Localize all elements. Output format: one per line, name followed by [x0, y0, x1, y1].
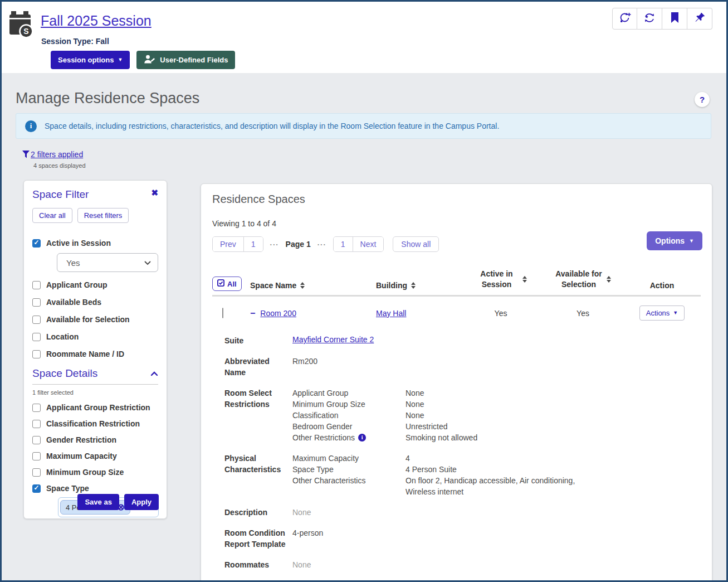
apply-button[interactable]: Apply: [124, 494, 159, 510]
filter-available-beds[interactable]: Available Beds: [32, 298, 158, 307]
info-alert: i Space details, including restrictions,…: [16, 113, 711, 139]
transfer-check-icon: [643, 12, 656, 26]
pagination-page-button[interactable]: 1: [334, 237, 353, 251]
suite-link[interactable]: Mayfield Corner Suite 2: [292, 335, 374, 346]
space-details-title: Space Details: [32, 367, 97, 380]
checkbox[interactable]: [32, 239, 41, 248]
main-content: Manage Residence Spaces ? i Space detail…: [2, 73, 726, 580]
save-as-button[interactable]: Save as: [77, 494, 119, 510]
characteristic-value: 4 Person Suite: [405, 464, 701, 475]
info-icon: i: [25, 120, 37, 132]
user-pencil-icon: [144, 55, 155, 65]
detail-description: Description None: [224, 507, 701, 518]
table-row: − Room 200 May Hall Yes Yes Actions ▼: [212, 305, 701, 321]
filter-available-for-selection[interactable]: Available for Selection: [32, 315, 158, 324]
filter-selected-note: 1 filter selected: [32, 389, 158, 396]
session-calendar-icon: S: [8, 11, 34, 42]
checkbox[interactable]: [32, 281, 41, 289]
detail-label: Room Select Restrictions: [224, 387, 292, 443]
svg-text:S: S: [23, 27, 28, 36]
select-all-label: All: [227, 280, 237, 288]
filter-applicant-group[interactable]: Applicant Group: [32, 280, 158, 289]
restriction-value: None: [405, 387, 701, 399]
chevron-up-icon[interactable]: [150, 368, 158, 379]
detail-roommates: Roommates None: [224, 559, 701, 570]
session-options-button[interactable]: Session options ▼: [51, 51, 130, 69]
select-all-button[interactable]: All: [212, 277, 242, 291]
restriction-name: Applicant Group: [292, 387, 405, 399]
detail-room-select-restrictions: Room Select Restrictions Applicant Group…: [224, 387, 701, 443]
filter-gender-restriction[interactable]: Gender Restriction: [32, 435, 158, 444]
sort-icon[interactable]: [522, 276, 527, 283]
checkbox[interactable]: [32, 452, 41, 460]
pagination-page-button[interactable]: 1: [243, 237, 263, 251]
checkbox[interactable]: [32, 468, 41, 477]
help-button[interactable]: ?: [695, 92, 710, 107]
user-defined-fields-button[interactable]: User-Defined Fields: [136, 51, 235, 69]
column-header-space-name[interactable]: Space Name: [241, 281, 367, 290]
detail-value: None: [292, 507, 701, 518]
caret-down-icon: ▼: [689, 239, 694, 244]
checkbox[interactable]: [32, 436, 41, 444]
filter-applicant-group-restriction[interactable]: Applicant Group Restriction: [32, 403, 158, 412]
checkbox[interactable]: [32, 333, 41, 341]
checkbox[interactable]: [32, 316, 41, 324]
pagination-prev-button[interactable]: Prev: [213, 237, 243, 251]
checkbox[interactable]: [32, 404, 41, 412]
space-name-link[interactable]: Room 200: [260, 309, 296, 318]
filter-location[interactable]: Location: [32, 332, 158, 341]
filter-label: Available Beds: [46, 298, 101, 307]
checkbox[interactable]: [32, 298, 41, 307]
filter-roommate-name-id[interactable]: Roommate Name / ID: [32, 350, 158, 358]
detail-label: Suite: [224, 335, 292, 346]
pagination-next-button[interactable]: Next: [353, 237, 384, 251]
restriction-name: Bedroom Gender: [292, 421, 405, 432]
filters-applied-label[interactable]: 2 filters applied: [31, 150, 83, 159]
detail-suite: Suite Mayfield Corner Suite 2: [224, 335, 701, 346]
collapse-row-toggle[interactable]: −: [250, 309, 255, 318]
session-rollover-button[interactable]: [612, 8, 637, 30]
checkbox[interactable]: [32, 420, 41, 428]
sort-icon[interactable]: [300, 282, 305, 289]
sort-icon[interactable]: [607, 276, 611, 283]
filter-maximum-capacity[interactable]: Maximum Capacity: [32, 452, 158, 460]
pin-icon: [694, 12, 706, 26]
filter-space-type[interactable]: Space Type: [32, 484, 158, 493]
checkbox[interactable]: [32, 484, 41, 493]
close-icon[interactable]: ✖: [151, 188, 158, 197]
row-checkbox[interactable]: [222, 308, 223, 318]
sort-icon[interactable]: [411, 282, 416, 289]
space-details-section-header[interactable]: Space Details: [32, 367, 158, 385]
bookmark-icon: [670, 12, 680, 26]
options-button[interactable]: Options ▼: [647, 231, 702, 250]
detail-label: Room Condition Report Template: [224, 527, 292, 550]
show-all-button[interactable]: Show all: [393, 236, 439, 252]
characteristic-value: On floor 2, Handicap accessible, Air con…: [405, 475, 589, 497]
pin-button[interactable]: [687, 8, 712, 30]
transfer-check-button[interactable]: [637, 8, 662, 30]
column-header-action: Action: [623, 281, 701, 290]
reset-filters-button[interactable]: Reset filters: [77, 208, 129, 223]
column-label: Space Name: [250, 281, 296, 290]
info-icon[interactable]: i: [358, 434, 366, 442]
filter-label: Minimum Group Size: [46, 468, 124, 477]
row-actions-button[interactable]: Actions ▼: [639, 305, 685, 321]
detail-abbreviated-name: Abbreviated Name Rm200: [224, 356, 701, 378]
bookmark-button[interactable]: [662, 8, 687, 30]
filter-label: Available for Selection: [46, 315, 130, 324]
column-header-building[interactable]: Building: [367, 281, 459, 290]
filter-active-in-session[interactable]: Active in Session: [32, 239, 158, 248]
clear-all-button[interactable]: Clear all: [32, 208, 72, 223]
checkbox[interactable]: [32, 350, 41, 358]
column-header-available-for-selection[interactable]: Available for Selection: [543, 269, 623, 290]
residence-spaces-panel: Residence Spaces Viewing 1 to 4 of 4 Pre…: [201, 183, 712, 582]
pagination-current-page: Page 1: [286, 240, 311, 249]
building-link[interactable]: May Hall: [376, 309, 406, 318]
column-header-active-in-session[interactable]: Active in Session: [459, 269, 543, 290]
filter-classification-restriction[interactable]: Classification Restriction: [32, 419, 158, 428]
session-title-link[interactable]: Fall 2025 Session: [41, 13, 152, 29]
filter-minimum-group-size[interactable]: Minimum Group Size: [32, 468, 158, 477]
detail-physical-characteristics: Physical Characteristics Maximum Capacit…: [224, 453, 701, 497]
filters-applied-link[interactable]: 2 filters applied: [22, 150, 83, 161]
active-in-session-select[interactable]: Yes: [57, 253, 158, 272]
